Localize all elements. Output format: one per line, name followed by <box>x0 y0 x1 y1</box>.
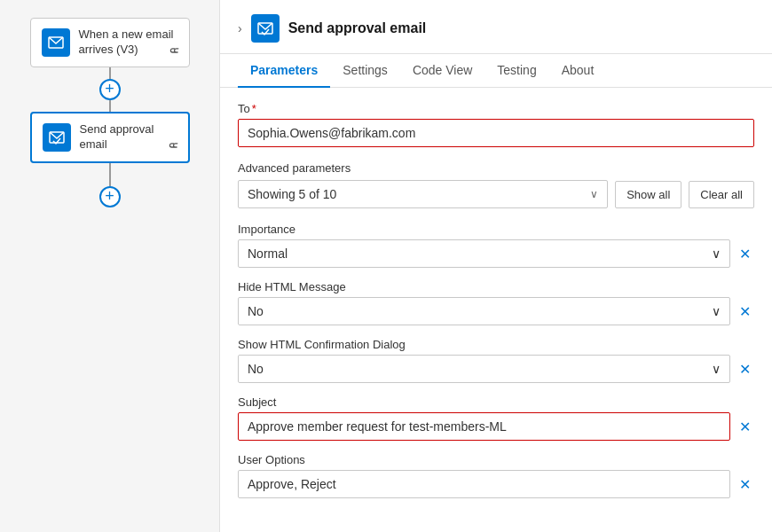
left-panel: When a new email arrives (V3) + Send app… <box>0 0 220 532</box>
to-label: To* <box>238 102 754 115</box>
subject-input[interactable] <box>238 412 730 441</box>
subject-row-inner: ✕ <box>238 412 754 441</box>
tab-parameters[interactable]: Parameters <box>238 54 330 88</box>
hide-html-select[interactable]: No ∨ <box>238 297 730 325</box>
show-html-confirm-chevron-icon: ∨ <box>712 362 721 376</box>
connector-1: + <box>99 67 121 112</box>
right-panel: › Send approval email Parameters Setting… <box>220 0 772 532</box>
hide-html-label: Hide HTML Message <box>238 280 754 293</box>
advanced-params-group: Advanced parameters Showing 5 of 10 ∨ Sh… <box>238 161 754 208</box>
trigger-node-link <box>169 46 182 61</box>
required-star: * <box>252 102 256 115</box>
add-step-1[interactable]: + <box>99 79 121 100</box>
subject-param-row: Subject ✕ <box>238 395 754 441</box>
user-options-param-row: User Options ✕ <box>238 453 754 498</box>
panel-title: Send approval email <box>288 20 427 36</box>
hide-html-remove-button[interactable]: ✕ <box>736 300 754 324</box>
advanced-params-label: Advanced parameters <box>238 161 754 175</box>
importance-select[interactable]: Normal ∨ <box>238 239 730 268</box>
trigger-node-icon <box>42 28 70 57</box>
show-html-confirm-row-inner: No ∨ ✕ <box>238 355 754 383</box>
show-all-button[interactable]: Show all <box>615 181 681 208</box>
tabs-bar: Parameters Settings Code View Testing Ab… <box>220 54 772 88</box>
connector-line-1 <box>109 67 111 79</box>
action-node-link <box>169 141 181 156</box>
action-node-label: Send approval email <box>80 122 177 153</box>
approval-email-icon <box>48 129 66 146</box>
show-html-confirm-param-row: Show HTML Confirmation Dialog No ∨ ✕ <box>238 338 754 383</box>
user-options-remove-button[interactable]: ✕ <box>736 473 754 497</box>
panel-content: To* Advanced parameters Showing 5 of 10 … <box>220 88 772 532</box>
importance-label: Importance <box>238 223 754 236</box>
importance-remove-button[interactable]: ✕ <box>736 242 754 266</box>
link-icon <box>169 46 182 59</box>
to-field-group: To* <box>238 102 754 147</box>
connector-line-1b <box>109 100 111 112</box>
user-options-row-inner: ✕ <box>238 470 754 498</box>
tab-about[interactable]: About <box>549 54 607 88</box>
subject-remove-button[interactable]: ✕ <box>736 415 754 439</box>
user-options-label: User Options <box>238 453 754 466</box>
add-step-2[interactable]: + <box>99 186 121 207</box>
panel-collapse-chevron[interactable]: › <box>238 21 242 35</box>
tab-settings[interactable]: Settings <box>330 54 400 88</box>
link-icon-2 <box>169 141 181 153</box>
importance-param-row: Importance Normal ∨ ✕ <box>238 223 754 268</box>
importance-chevron-icon: ∨ <box>712 246 721 261</box>
show-html-confirm-value: No <box>248 362 264 376</box>
panel-header-icon <box>251 14 280 43</box>
tab-codeview[interactable]: Code View <box>400 54 484 88</box>
email-icon <box>47 34 65 51</box>
advanced-params-chevron-icon: ∨ <box>590 188 598 200</box>
importance-row-inner: Normal ∨ ✕ <box>238 239 754 268</box>
hide-html-value: No <box>248 304 264 318</box>
show-html-confirm-remove-button[interactable]: ✕ <box>736 357 754 381</box>
subject-label: Subject <box>238 395 754 409</box>
hide-html-param-row: Hide HTML Message No ∨ ✕ <box>238 280 754 325</box>
advanced-params-row: Showing 5 of 10 ∨ Show all Clear all <box>238 180 754 208</box>
connector-2: + <box>99 163 121 207</box>
importance-value: Normal <box>248 246 288 261</box>
show-html-confirm-label: Show HTML Confirmation Dialog <box>238 338 754 351</box>
tab-testing[interactable]: Testing <box>484 54 548 88</box>
action-node-icon <box>43 123 71 152</box>
action-node[interactable]: Send approval email <box>30 112 190 163</box>
panel-header: › Send approval email <box>220 0 772 54</box>
hide-html-row-inner: No ∨ ✕ <box>238 297 754 325</box>
connector-line-2 <box>109 163 111 186</box>
show-html-confirm-select[interactable]: No ∨ <box>238 355 730 383</box>
clear-all-button[interactable]: Clear all <box>689 181 754 208</box>
advanced-params-select[interactable]: Showing 5 of 10 ∨ <box>238 180 608 208</box>
trigger-node-label: When a new email arrives (V3) <box>79 27 178 58</box>
to-input[interactable] <box>238 119 754 147</box>
user-options-input[interactable] <box>238 470 730 498</box>
advanced-params-select-text: Showing 5 of 10 <box>248 187 336 201</box>
trigger-node[interactable]: When a new email arrives (V3) <box>30 18 190 67</box>
panel-email-icon <box>256 20 274 37</box>
hide-html-chevron-icon: ∨ <box>712 304 721 318</box>
